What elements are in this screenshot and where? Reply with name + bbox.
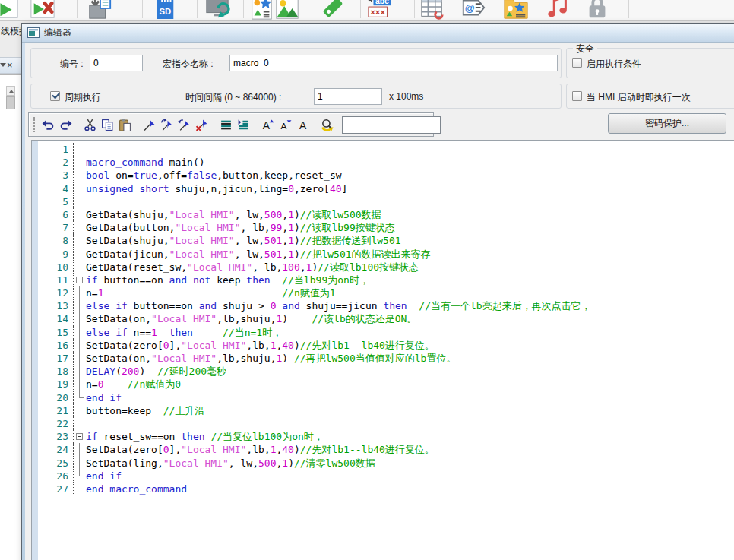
line-number: 17 bbox=[38, 352, 74, 365]
group-library-icon[interactable] bbox=[502, 0, 531, 21]
paste-icon[interactable] bbox=[116, 116, 134, 134]
svg-text:A: A bbox=[263, 119, 271, 131]
code-line[interactable]: 15else if n==1 then //当n=1时， bbox=[38, 326, 734, 339]
code-line[interactable]: 5 bbox=[38, 195, 734, 208]
object-library-icon[interactable] bbox=[248, 0, 277, 21]
font-select-icon[interactable]: A bbox=[294, 116, 312, 134]
line-number: 18 bbox=[38, 365, 74, 378]
line-number: 15 bbox=[38, 326, 74, 339]
indent-list-icon[interactable] bbox=[217, 116, 235, 134]
svg-text:abc: abc bbox=[375, 0, 389, 5]
chevron-down-icon[interactable] bbox=[0, 63, 6, 67]
scrollbar-thumb[interactable] bbox=[6, 96, 15, 109]
background-panel-bar: × bbox=[0, 57, 22, 74]
fold-margin bbox=[74, 404, 86, 417]
code-line[interactable]: 24SetData(zero[0],"Local HMI",lb,1,40)//… bbox=[38, 443, 734, 456]
password-protect-button[interactable]: 密码保护... bbox=[608, 113, 726, 134]
undo-icon[interactable] bbox=[40, 116, 57, 134]
run-play-icon[interactable] bbox=[0, 0, 21, 21]
macro-id-input[interactable] bbox=[90, 55, 143, 71]
background-scrollbar[interactable] bbox=[6, 86, 15, 109]
fold-margin bbox=[74, 457, 86, 470]
font-increase-icon[interactable]: A bbox=[259, 116, 277, 134]
basic-fields-group: 编号 : 宏指令名称 : bbox=[30, 48, 562, 78]
code-line[interactable]: 26end if bbox=[38, 470, 734, 482]
code-line[interactable]: 14SetData(on,"Local HMI",lb,shuju,1) //该… bbox=[38, 312, 734, 325]
code-line[interactable]: 20end if bbox=[38, 391, 734, 404]
code-text: else if button==on and shuju > 0 and shu… bbox=[86, 299, 591, 312]
code-line[interactable]: 2macro_command main() bbox=[38, 156, 734, 169]
code-line[interactable]: 16SetData(zero[0],"Local HMI",lb,1,40)//… bbox=[38, 339, 734, 352]
bookmark-next-icon[interactable] bbox=[158, 116, 176, 134]
code-line[interactable]: 8SetData(shuju,"Local HMI", lw,501,1)//把… bbox=[38, 234, 734, 247]
sound-library-icon[interactable] bbox=[544, 0, 573, 21]
picture-library-icon[interactable] bbox=[274, 0, 302, 21]
code-line[interactable]: 9GetData(jicun,"Local HMI", lw,501,1)//把… bbox=[38, 248, 734, 261]
bookmark-prev-icon[interactable] bbox=[176, 116, 193, 134]
code-line[interactable]: 13else if button==on and shuju > 0 and s… bbox=[38, 299, 734, 312]
enable-condition-checkbox[interactable] bbox=[572, 58, 582, 68]
address-tag-icon[interactable]: @ bbox=[460, 0, 489, 21]
dialog-titlebar[interactable]: 编辑器 bbox=[22, 24, 734, 43]
code-text: n=0 //n赋值为0 bbox=[86, 378, 181, 391]
code-line[interactable]: 3bool on=true,off=false,button,keep,rese… bbox=[38, 169, 734, 182]
fold-margin bbox=[74, 208, 86, 221]
outdent-list-icon[interactable] bbox=[235, 116, 252, 134]
redo-icon[interactable] bbox=[57, 116, 74, 134]
code-line[interactable]: 27end macro_command bbox=[38, 482, 734, 495]
close-icon[interactable]: × bbox=[7, 59, 13, 71]
find-next-icon[interactable] bbox=[318, 116, 336, 134]
bookmark-clear-icon[interactable] bbox=[193, 116, 210, 134]
macro-name-label: 宏指令名称 : bbox=[163, 58, 214, 71]
code-line[interactable]: 7GetData(button,"Local HMI", lb,99,1)//读… bbox=[38, 221, 734, 234]
font-decrease-icon[interactable]: A bbox=[277, 116, 294, 134]
line-number: 27 bbox=[38, 482, 74, 495]
toolbar-grip[interactable] bbox=[33, 117, 35, 132]
recipe-table-icon[interactable] bbox=[419, 0, 448, 21]
line-number: 24 bbox=[38, 443, 74, 456]
line-number: 1 bbox=[38, 143, 74, 156]
code-text: macro_command main() bbox=[86, 156, 205, 169]
cut-icon[interactable] bbox=[81, 116, 99, 134]
code-line[interactable]: 18DELAY(200) //延时200毫秒 bbox=[38, 365, 734, 378]
code-line[interactable]: 10GetData(reset_sw,"Local HMI", lb,100,1… bbox=[38, 261, 734, 274]
code-text: n=1 //n赋值为1 bbox=[86, 286, 336, 299]
run-stop-icon[interactable] bbox=[29, 0, 58, 21]
code-line[interactable]: 11if button==on and not keep then //当lb9… bbox=[38, 274, 734, 286]
code-lines[interactable]: 12macro_command main()3bool on=true,off=… bbox=[38, 141, 734, 560]
bookmark-toggle-icon[interactable] bbox=[141, 116, 158, 134]
line-number: 4 bbox=[38, 182, 74, 195]
code-line[interactable]: 22 bbox=[38, 417, 734, 430]
code-text: SetData(zero[0],"Local HMI",lb,1,40)//先对… bbox=[86, 339, 435, 352]
code-line[interactable]: 1 bbox=[38, 143, 734, 156]
periodic-checkbox[interactable] bbox=[50, 91, 60, 101]
code-line[interactable]: 17SetData(on,"Local HMI",lb,shuju,1) //再… bbox=[38, 352, 734, 365]
line-number: 21 bbox=[38, 404, 74, 417]
code-line[interactable]: 21button=keep //上升沿 bbox=[38, 404, 734, 417]
sd-card-icon[interactable]: SD bbox=[150, 0, 179, 21]
screen-refresh-icon[interactable] bbox=[204, 0, 233, 21]
code-line[interactable]: 23if reset_sw==on then //当复位lb100为on时， bbox=[38, 430, 734, 443]
search-input[interactable] bbox=[342, 116, 441, 134]
code-line[interactable]: 19n=0 //n赋值为0 bbox=[38, 378, 734, 391]
code-line[interactable]: 25SetData(ling,"Local HMI", lw,500,1)//清… bbox=[38, 457, 734, 470]
security-lock-icon[interactable] bbox=[584, 0, 612, 21]
interval-unit-label: x 100ms bbox=[389, 91, 423, 102]
fold-collapse-icon[interactable] bbox=[76, 433, 83, 440]
interval-input[interactable] bbox=[314, 88, 382, 105]
code-editor[interactable]: 12macro_command main()3bool on=true,off=… bbox=[31, 140, 734, 560]
fold-margin bbox=[74, 417, 86, 430]
copy-icon[interactable] bbox=[99, 116, 116, 134]
code-line[interactable]: 4unsigned short shuju,n,jicun,ling=0,zer… bbox=[38, 182, 734, 195]
code-line[interactable]: 6GetData(shuju,"Local HMI", lw,500,1)//读… bbox=[38, 208, 734, 221]
run-on-startup-checkbox[interactable] bbox=[572, 91, 582, 101]
label-tag-icon[interactable] bbox=[319, 0, 348, 21]
code-line[interactable]: 12n=1 //n赋值为1 bbox=[38, 286, 734, 299]
scroll-up-icon[interactable] bbox=[6, 86, 15, 96]
fold-collapse-icon[interactable] bbox=[76, 277, 83, 283]
text-check-icon[interactable]: abc××× bbox=[366, 0, 395, 21]
toolbar-separator bbox=[243, 0, 244, 18]
build-download-icon[interactable] bbox=[86, 0, 115, 21]
macro-name-input[interactable] bbox=[229, 55, 558, 71]
macro-editor-dialog: 编辑器 编号 : 宏指令名称 : 安全 启用执行条件 周期执行 时间间隔 (0 … bbox=[21, 23, 734, 560]
